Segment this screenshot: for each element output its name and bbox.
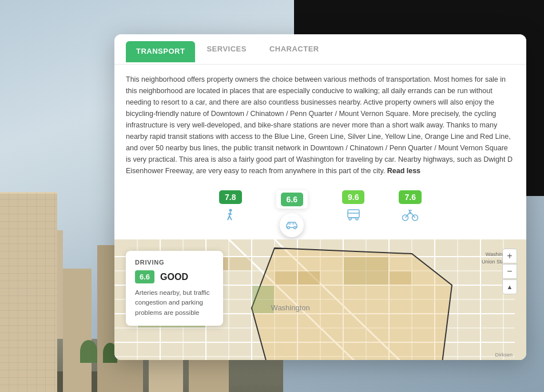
svg-rect-50 <box>275 271 297 285</box>
svg-rect-55 <box>252 286 274 313</box>
svg-point-7 <box>288 227 290 229</box>
driving-label: GOOD <box>160 272 188 282</box>
svg-point-0 <box>229 209 232 212</box>
svg-line-3 <box>229 216 232 220</box>
svg-rect-49 <box>229 257 251 270</box>
zoom-in-button[interactable]: + <box>502 249 517 263</box>
svg-rect-5 <box>288 223 291 225</box>
walking-score-badge: 7.8 <box>219 190 241 204</box>
locate-button[interactable]: ▲ <box>502 279 517 294</box>
tab-character[interactable]: CHARACTER <box>258 34 331 65</box>
walking-icon <box>224 209 237 227</box>
driving-score-row: 6.6 GOOD <box>135 270 214 283</box>
transport-panel: TRANSPORT SERVICES CHARACTER This neighb… <box>114 34 526 360</box>
svg-rect-51 <box>298 271 320 285</box>
read-less-link[interactable]: Read less <box>387 167 420 175</box>
tab-transport[interactable]: TRANSPORT <box>126 41 195 62</box>
car-score-badge: 6.6 <box>281 193 303 206</box>
driving-description: Arteries nearby, but traffic congestion … <box>135 288 214 318</box>
bicycle-score-badge: 7.6 <box>399 190 421 204</box>
tab-services[interactable]: SERVICES <box>195 34 258 65</box>
driving-score-value: 6.6 <box>135 270 154 283</box>
dirksen-label: Dirksen <box>495 352 513 358</box>
map-area[interactable]: DRIVING 6.6 GOOD Arteries nearby, but tr… <box>114 239 526 360</box>
zoom-out-button[interactable]: − <box>502 264 517 279</box>
scores-row: 7.8 6.6 <box>126 186 515 239</box>
bicycle-icon <box>402 209 418 223</box>
tabs-bar: TRANSPORT SERVICES CHARACTER <box>114 34 526 65</box>
driving-title: DRIVING <box>135 259 214 266</box>
driving-card: DRIVING 6.6 GOOD Arteries nearby, but tr… <box>126 251 223 326</box>
svg-point-8 <box>294 227 296 229</box>
car-icon-wrapper <box>280 213 304 237</box>
svg-point-12 <box>356 218 358 220</box>
transit-score-badge: 9.6 <box>342 190 364 204</box>
svg-rect-6 <box>292 223 295 225</box>
score-bicycle[interactable]: 7.6 <box>399 190 421 237</box>
score-car[interactable]: 6.6 <box>276 190 308 237</box>
bus-icon <box>347 209 360 223</box>
svg-rect-53 <box>390 271 411 285</box>
svg-point-11 <box>349 218 351 220</box>
svg-rect-9 <box>348 210 359 218</box>
svg-rect-52 <box>344 257 388 285</box>
score-walking[interactable]: 7.8 <box>219 190 241 237</box>
content-area: This neighborhood offers property owners… <box>114 65 526 239</box>
score-transit[interactable]: 9.6 <box>342 190 364 237</box>
svg-line-4 <box>228 214 232 214</box>
description-text: This neighborhood offers property owners… <box>126 74 515 177</box>
map-controls: + − ▲ <box>502 249 517 294</box>
